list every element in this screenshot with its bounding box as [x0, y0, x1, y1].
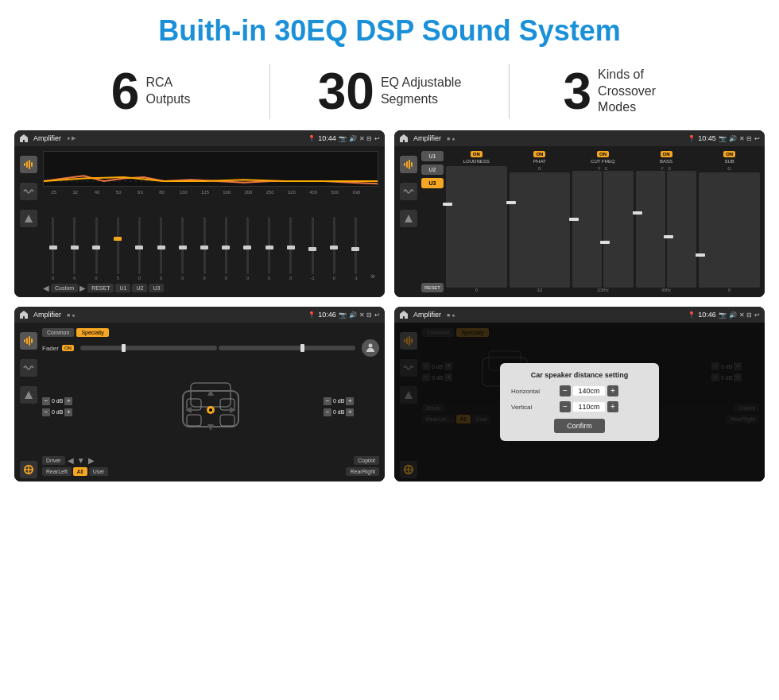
eq-status-bar: Amplifier ● ▶ 📍 10:44 📷 🔊 ✕ ⊟ ↩	[14, 130, 385, 146]
driver-btn[interactable]: Driver	[42, 456, 65, 465]
crossover-status-bar: Amplifier ■ ● 📍 10:45 📷 🔊 ✕ ⊟ ↩	[394, 130, 765, 146]
home-icon-4	[399, 310, 409, 319]
reset-btn[interactable]: RESET	[87, 284, 114, 292]
location-icon-4: 📍	[688, 311, 696, 319]
all-btn[interactable]: All	[73, 467, 87, 476]
reset-crossover-btn[interactable]: RESET	[421, 283, 444, 292]
back-icon-3: ↩	[374, 311, 380, 319]
preset-u2[interactable]: U2	[421, 164, 444, 175]
distance-screen-card: Amplifier ■ ● 📍 10:46 📷 🔊 ✕ ⊟ ↩	[394, 307, 765, 481]
vertical-plus-btn[interactable]: +	[607, 401, 618, 412]
svg-marker-30	[185, 407, 192, 413]
svg-point-27	[209, 408, 212, 412]
db-control-br: − 0 dB +	[324, 408, 379, 416]
vertical-minus-btn[interactable]: −	[560, 401, 571, 412]
db-plus-bl[interactable]: +	[64, 408, 72, 416]
horizontal-minus-btn[interactable]: −	[560, 385, 571, 396]
svg-rect-1	[26, 161, 28, 168]
preset-u3[interactable]: U3	[421, 178, 444, 188]
stat-crossover: 3 Kinds ofCrossover Modes	[525, 66, 731, 117]
eq-sidebar-icon-3	[20, 210, 37, 227]
db-val-tr: 0 dB	[333, 398, 344, 404]
cutfreq-col: ON CUT FREQ FG 100Hz	[572, 151, 634, 292]
user-btn[interactable]: User	[89, 467, 109, 476]
vertical-value-ctrl: − 110cm +	[560, 401, 618, 412]
fader-bottom-row2: RearLeft All User RearRight	[42, 467, 379, 476]
loudness-col: ON LOUDNESS 0	[446, 151, 507, 292]
page-title: Buith-in 30EQ DSP Sound System	[0, 0, 779, 56]
fader-bottom-btns: Driver ◀ ▼ ▶ Copilot	[42, 456, 379, 465]
copilot-btn[interactable]: Copilot	[354, 456, 379, 465]
custom-mode-btn[interactable]: Custom	[51, 284, 78, 292]
u3-btn[interactable]: U3	[149, 284, 164, 292]
u2-btn[interactable]: U2	[132, 284, 147, 292]
fader-status-bar: Amplifier ■ ● 📍 10:46 📷 🔊 ✕ ⊟ ↩	[14, 307, 385, 323]
camera-icon-4: 📷	[719, 311, 727, 319]
db-minus-bl[interactable]: −	[42, 408, 50, 416]
distance-screen-content: Common Specialty −0 dB+ −0 dB+	[394, 323, 765, 481]
fader-status-icons: 📍 10:46 📷 🔊 ✕ ⊟ ↩	[308, 311, 380, 319]
sub-label: SUB	[725, 159, 734, 164]
stat-eq-label: EQ AdjustableSegments	[381, 75, 461, 108]
eq-app-title: Amplifier	[33, 134, 61, 142]
svg-marker-10	[405, 215, 413, 222]
svg-marker-31	[230, 407, 236, 413]
db-minus-tl[interactable]: −	[42, 397, 50, 405]
car-diagram	[101, 375, 320, 439]
screens-grid: Amplifier ● ▶ 📍 10:44 📷 🔊 ✕ ⊟ ↩	[0, 130, 779, 491]
speaker-distance-dialog-overlay: Car speaker distance setting Horizontal …	[394, 323, 765, 481]
sub-col: ON SUB G 0	[699, 151, 760, 292]
db-control-tl: − 0 dB +	[42, 397, 98, 405]
svg-rect-9	[411, 162, 413, 167]
db-val-tl: 0 dB	[52, 398, 63, 404]
db-minus-br[interactable]: −	[324, 408, 331, 416]
horizontal-label: Horizontal	[511, 388, 555, 395]
eq-freq-labels: 253240 506380 100125160 200250320 400500…	[43, 190, 378, 195]
fader-time: 10:46	[318, 311, 336, 319]
svg-marker-4	[25, 215, 33, 222]
db-plus-tl[interactable]: +	[64, 397, 72, 405]
bass-col: ON BASS FG 90Hz	[636, 151, 697, 292]
crossover-sliders-area: ON LOUDNESS 0 ON PHAT G	[446, 151, 760, 292]
eq-bottom-bar: ◀ Custom ▶ RESET U1 U2 U3	[43, 284, 378, 292]
db-control-tr: − 0 dB +	[324, 397, 379, 405]
bass-label: BASS	[660, 159, 672, 164]
volume-icon-2: 🔊	[729, 135, 737, 142]
fader-h-slider[interactable]	[80, 346, 217, 350]
eq-sliders: 0 0 0 5 0 0 0 0 0 0 0 0 -1 0 -1 »	[43, 197, 378, 280]
sub-on-badge: ON	[723, 151, 735, 157]
distance-status-icons: 📍 10:46 📷 🔊 ✕ ⊟ ↩	[688, 311, 760, 319]
fader-tabs: Common Specialty	[42, 328, 379, 337]
stat-crossover-number: 3	[564, 66, 592, 117]
u1-btn[interactable]: U1	[115, 284, 130, 292]
preset-u1[interactable]: U1	[421, 151, 444, 161]
fader-h-slider-2[interactable]	[219, 346, 355, 350]
svg-rect-3	[31, 162, 33, 167]
back-icon-4: ↩	[754, 311, 760, 319]
page-header: Buith-in 30EQ DSP Sound System	[0, 0, 779, 56]
db-plus-br[interactable]: +	[346, 408, 354, 416]
vertical-label: Vertical	[511, 404, 555, 411]
stat-rca: 6 RCAOutputs	[48, 66, 254, 117]
svg-rect-6	[404, 163, 405, 166]
rearright-btn[interactable]: RearRight	[346, 467, 379, 476]
db-plus-tr[interactable]: +	[346, 397, 354, 405]
location-icon-3: 📍	[308, 311, 316, 319]
stat-crossover-label: Kinds ofCrossover Modes	[598, 67, 693, 116]
tab-specialty[interactable]: Specialty	[76, 328, 108, 337]
fader-person-icon	[362, 339, 379, 357]
crossover-screen-content: U1 U2 U3 RESET ON LOUDNESS 0	[394, 146, 765, 297]
svg-point-19	[369, 344, 373, 348]
horizontal-plus-btn[interactable]: +	[607, 385, 618, 396]
stat-rca-number: 6	[111, 66, 140, 117]
confirm-button[interactable]: Confirm	[554, 419, 605, 433]
eq-sidebar-icon-1	[20, 156, 37, 173]
db-minus-tr[interactable]: −	[324, 397, 331, 405]
crossover-sidebar-icon-2	[400, 183, 417, 200]
eq-left-sidebar	[17, 149, 40, 294]
fader-main-area: Common Specialty Fader ON	[40, 326, 382, 478]
tab-common[interactable]: Common	[42, 328, 74, 337]
rearleft-btn[interactable]: RearLeft	[42, 467, 72, 476]
location-icon: 📍	[308, 135, 316, 142]
speaker-layout: − 0 dB + − 0 dB +	[42, 359, 379, 454]
